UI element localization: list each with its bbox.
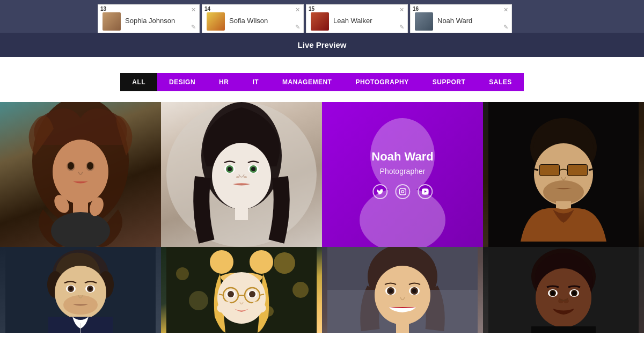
tab-edit-leah[interactable]: ✎ xyxy=(399,24,404,31)
avatar-sofia xyxy=(207,12,225,31)
avatar-noah xyxy=(415,12,433,31)
tab-sofia[interactable]: 14 Sofia Wilson ✕ ✎ xyxy=(202,4,304,33)
svg-point-89 xyxy=(551,291,555,295)
tab-number-leah: 15 xyxy=(309,6,314,12)
svg-point-48 xyxy=(89,287,92,290)
svg-point-18 xyxy=(251,167,255,171)
live-preview-label: Live Preview xyxy=(298,40,347,49)
filter-design[interactable]: DESIGN xyxy=(157,73,207,91)
tab-edit-sophia[interactable]: ✎ xyxy=(191,24,196,31)
svg-rect-35 xyxy=(540,165,559,176)
grid-cell-5[interactable] xyxy=(0,247,161,333)
filter-management[interactable]: MANAGEMENT xyxy=(270,73,343,91)
tab-leah[interactable]: 15 Leah Walker ✕ ✎ xyxy=(306,4,408,33)
grid-cell-6[interactable] xyxy=(161,247,322,333)
svg-rect-36 xyxy=(568,165,587,176)
grid-cell-1[interactable] xyxy=(0,102,161,247)
instagram-icon[interactable] xyxy=(395,184,410,199)
svg-point-4 xyxy=(68,162,74,170)
tab-number-noah: 16 xyxy=(413,6,419,12)
grid-cell-4[interactable] xyxy=(483,102,644,247)
svg-point-57 xyxy=(210,250,233,274)
svg-rect-94 xyxy=(531,326,596,333)
tab-edit-sofia[interactable]: ✎ xyxy=(295,24,300,31)
social-icons xyxy=(371,184,433,199)
tab-close-leah[interactable]: ✕ xyxy=(399,7,404,13)
svg-point-19 xyxy=(236,176,239,178)
tab-number-sofia: 14 xyxy=(204,6,210,12)
tab-close-noah[interactable]: ✕ xyxy=(503,7,508,13)
filter-support[interactable]: SUPPORT xyxy=(421,73,478,91)
avatar-leah xyxy=(311,12,329,31)
twitter-icon[interactable] xyxy=(372,184,387,199)
svg-point-12 xyxy=(212,143,271,209)
filter-it[interactable]: IT xyxy=(240,73,270,91)
svg-point-80 xyxy=(412,289,416,293)
svg-point-17 xyxy=(228,167,232,171)
svg-point-63 xyxy=(249,291,255,297)
svg-line-33 xyxy=(534,169,538,170)
avatar-sophia xyxy=(103,12,121,31)
svg-point-26 xyxy=(404,189,405,190)
tab-noah[interactable]: 16 Noah Ward ✕ ✎ xyxy=(410,4,512,33)
filter-tabs: ALL DESIGN HR IT MANAGEMENT PHOTOGRAPHY … xyxy=(0,73,644,91)
person6-illustration xyxy=(161,247,322,333)
svg-point-79 xyxy=(389,289,393,293)
svg-point-74 xyxy=(375,266,430,325)
grid-cell-2[interactable] xyxy=(161,102,322,247)
svg-point-90 xyxy=(573,291,576,295)
tab-label-noah: Noah Ward xyxy=(437,17,472,25)
svg-point-1 xyxy=(53,140,108,204)
tab-close-sophia[interactable]: ✕ xyxy=(191,7,196,13)
svg-point-84 xyxy=(536,268,591,327)
tab-number-sophia: 13 xyxy=(100,6,106,12)
noah-card-content: Noah Ward Photographer xyxy=(371,150,433,199)
tab-label-sophia: Sophia Johnson xyxy=(125,17,175,25)
filter-photography[interactable]: PHOTOGRAPHY xyxy=(343,73,420,91)
person5-illustration xyxy=(0,247,161,333)
svg-point-5 xyxy=(87,162,93,170)
noah-role: Photographer xyxy=(371,167,433,176)
svg-point-53 xyxy=(292,282,309,298)
youtube-icon[interactable] xyxy=(418,184,433,199)
tab-close-sofia[interactable]: ✕ xyxy=(295,7,300,13)
tabs-bar: 13 Sophia Johnson ✕ ✎ 14 Sofia Wilson ✕ … xyxy=(0,0,644,33)
person2-illustration xyxy=(161,102,322,247)
person7-illustration xyxy=(322,247,483,333)
grid-cell-noah-card[interactable]: Noah Ward Photographer xyxy=(322,102,483,247)
svg-point-52 xyxy=(274,252,295,274)
svg-point-25 xyxy=(401,191,404,193)
tab-label-sofia: Sofia Wilson xyxy=(229,17,268,25)
svg-point-20 xyxy=(244,176,247,178)
svg-point-54 xyxy=(176,267,189,280)
person1-illustration xyxy=(0,102,161,247)
person8-illustration xyxy=(483,247,644,333)
live-preview-bar: Live Preview xyxy=(0,33,644,57)
svg-point-47 xyxy=(69,287,72,290)
svg-point-58 xyxy=(250,250,273,274)
svg-point-62 xyxy=(228,291,234,297)
svg-point-59 xyxy=(217,272,266,324)
svg-line-34 xyxy=(589,169,593,170)
person4-illustration xyxy=(483,102,644,247)
grid-cell-7[interactable] xyxy=(322,247,483,333)
filter-all[interactable]: ALL xyxy=(120,73,157,91)
tab-label-leah: Leah Walker xyxy=(333,17,372,25)
tab-edit-noah[interactable]: ✎ xyxy=(503,24,508,31)
grid-cell-8[interactable] xyxy=(483,247,644,333)
photo-grid: Noah Ward Photographer xyxy=(0,102,644,333)
svg-rect-81 xyxy=(396,320,409,333)
tab-sophia[interactable]: 13 Sophia Johnson ✕ ✎ xyxy=(98,4,200,33)
filter-hr[interactable]: HR xyxy=(207,73,240,91)
svg-point-55 xyxy=(189,291,208,310)
noah-name: Noah Ward xyxy=(371,150,433,164)
svg-rect-24 xyxy=(399,188,406,195)
svg-rect-21 xyxy=(235,205,248,220)
svg-point-30 xyxy=(543,180,584,204)
filter-sales[interactable]: SALES xyxy=(477,73,524,91)
